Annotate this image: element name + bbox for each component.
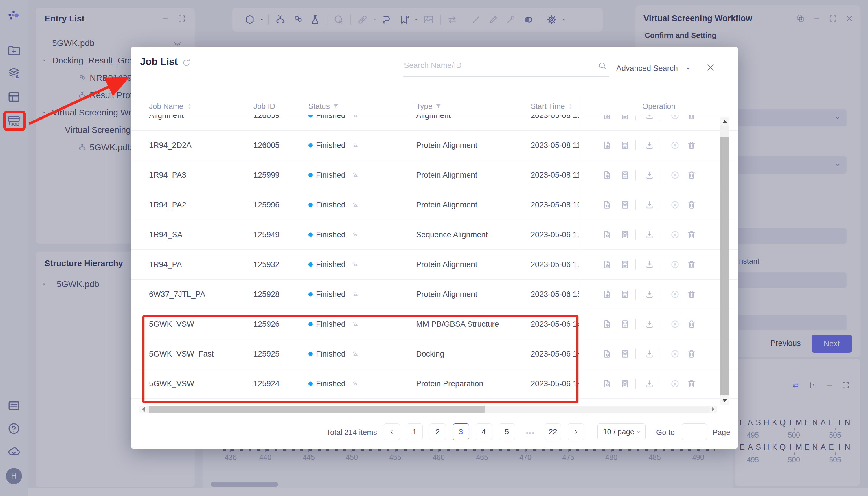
notify-icon[interactable] <box>351 260 360 269</box>
notify-icon[interactable] <box>351 350 360 358</box>
op-download-icon[interactable] <box>645 170 654 180</box>
page-size-select[interactable]: 10 / page <box>598 423 646 440</box>
notify-icon[interactable] <box>351 320 360 328</box>
refresh-icon[interactable] <box>182 58 191 67</box>
scroll-up-button[interactable] <box>721 118 729 126</box>
op-stop-circle-icon[interactable] <box>670 200 680 210</box>
column-header-job-name[interactable]: Job Name <box>149 102 193 111</box>
op-log-doc-icon[interactable] <box>620 319 630 329</box>
notify-icon[interactable] <box>351 379 360 388</box>
notify-icon[interactable] <box>351 141 360 150</box>
pagination-ellipsis[interactable]: ••• <box>522 429 538 437</box>
op-trash-icon[interactable] <box>686 349 696 359</box>
op-download-icon[interactable] <box>645 140 654 150</box>
search-field <box>403 55 609 77</box>
op-trash-icon[interactable] <box>686 170 696 180</box>
op-file-preview-icon[interactable] <box>602 319 612 329</box>
scroll-left-button[interactable] <box>140 406 147 413</box>
op-stop-circle-icon[interactable] <box>670 379 680 389</box>
op-trash-icon[interactable] <box>686 379 696 389</box>
prev-page-button[interactable] <box>384 423 400 440</box>
op-download-icon[interactable] <box>645 115 654 120</box>
op-trash-icon[interactable] <box>686 260 696 269</box>
op-log-doc-icon[interactable] <box>620 230 630 239</box>
page-button-5[interactable]: 5 <box>499 423 515 440</box>
op-log-doc-icon[interactable] <box>620 115 630 120</box>
page-button-4[interactable]: 4 <box>476 423 492 440</box>
op-download-icon[interactable] <box>645 260 654 269</box>
advanced-search-button[interactable]: Advanced Search <box>616 64 678 73</box>
op-stop-circle-icon[interactable] <box>670 349 680 359</box>
vertical-scrollbar[interactable] <box>721 118 729 405</box>
column-header-type[interactable]: Type <box>416 102 442 111</box>
op-file-preview-icon[interactable] <box>602 200 612 210</box>
search-input[interactable] <box>403 55 590 76</box>
op-file-preview-icon[interactable] <box>602 379 612 389</box>
horizontal-scrollbar[interactable] <box>140 406 717 413</box>
notify-icon[interactable] <box>351 171 360 180</box>
op-trash-icon[interactable] <box>686 140 696 150</box>
op-trash-icon[interactable] <box>686 115 696 120</box>
sort-icon[interactable] <box>186 103 193 110</box>
job-start-time: 2023-05-08 11 <box>531 171 579 180</box>
op-divider <box>635 378 636 389</box>
op-log-doc-icon[interactable] <box>620 379 630 389</box>
op-file-preview-icon[interactable] <box>602 230 612 239</box>
page-button-3[interactable]: 3 <box>453 423 469 440</box>
op-trash-icon[interactable] <box>686 200 696 210</box>
next-page-button[interactable] <box>568 423 584 440</box>
op-stop-circle-icon[interactable] <box>670 170 680 180</box>
job-id: 125925 <box>253 350 280 358</box>
goto-page-input[interactable] <box>682 423 707 440</box>
search-icon[interactable] <box>598 61 607 70</box>
op-log-doc-icon[interactable] <box>620 260 630 269</box>
page-button-22[interactable]: 22 <box>545 423 561 440</box>
notify-icon[interactable] <box>351 201 360 209</box>
notify-icon[interactable] <box>351 115 360 120</box>
op-log-doc-icon[interactable] <box>620 170 630 180</box>
sort-icon[interactable] <box>567 103 574 110</box>
op-file-preview-icon[interactable] <box>602 170 612 180</box>
op-stop-circle-icon[interactable] <box>670 230 680 239</box>
column-header-status[interactable]: Status <box>309 102 340 111</box>
op-trash-icon[interactable] <box>686 319 696 329</box>
scroll-down-button[interactable] <box>721 397 729 405</box>
caret-down-icon[interactable] <box>685 66 692 72</box>
close-icon[interactable] <box>705 62 716 73</box>
op-stop-circle-icon[interactable] <box>670 115 680 120</box>
op-trash-icon[interactable] <box>686 230 696 239</box>
op-file-preview-icon[interactable] <box>602 289 612 299</box>
op-download-icon[interactable] <box>645 379 654 389</box>
column-header-start-time[interactable]: Start Time <box>531 102 574 111</box>
op-file-preview-icon[interactable] <box>602 260 612 269</box>
op-log-doc-icon[interactable] <box>620 349 630 359</box>
notify-icon[interactable] <box>351 290 360 299</box>
op-download-icon[interactable] <box>645 319 654 329</box>
job-name: 6W37_7JTL_PA <box>149 290 205 299</box>
op-file-preview-icon[interactable] <box>602 115 612 120</box>
op-log-doc-icon[interactable] <box>620 200 630 210</box>
op-trash-icon[interactable] <box>686 289 696 299</box>
op-download-icon[interactable] <box>645 200 654 210</box>
op-log-doc-icon[interactable] <box>620 289 630 299</box>
page-button-2[interactable]: 2 <box>430 423 446 440</box>
vertical-scrollbar-thumb[interactable] <box>721 137 729 395</box>
op-stop-circle-icon[interactable] <box>670 140 680 150</box>
notify-icon[interactable] <box>351 230 360 239</box>
filter-icon[interactable] <box>435 103 442 110</box>
op-stop-circle-icon[interactable] <box>670 289 680 299</box>
op-log-doc-icon[interactable] <box>620 140 630 150</box>
page-button-1[interactable]: 1 <box>407 423 423 440</box>
op-file-preview-icon[interactable] <box>602 140 612 150</box>
op-download-icon[interactable] <box>645 349 654 359</box>
op-download-icon[interactable] <box>645 289 654 299</box>
job-start-time: 2023-05-06 15 <box>531 290 579 299</box>
op-file-preview-icon[interactable] <box>602 349 612 359</box>
scroll-right-button[interactable] <box>709 406 717 413</box>
op-stop-circle-icon[interactable] <box>670 260 680 269</box>
op-stop-circle-icon[interactable] <box>670 319 680 329</box>
job-status: Finished <box>316 350 346 358</box>
horizontal-scrollbar-thumb[interactable] <box>149 406 485 413</box>
filter-icon[interactable] <box>332 103 340 110</box>
op-download-icon[interactable] <box>645 230 654 239</box>
